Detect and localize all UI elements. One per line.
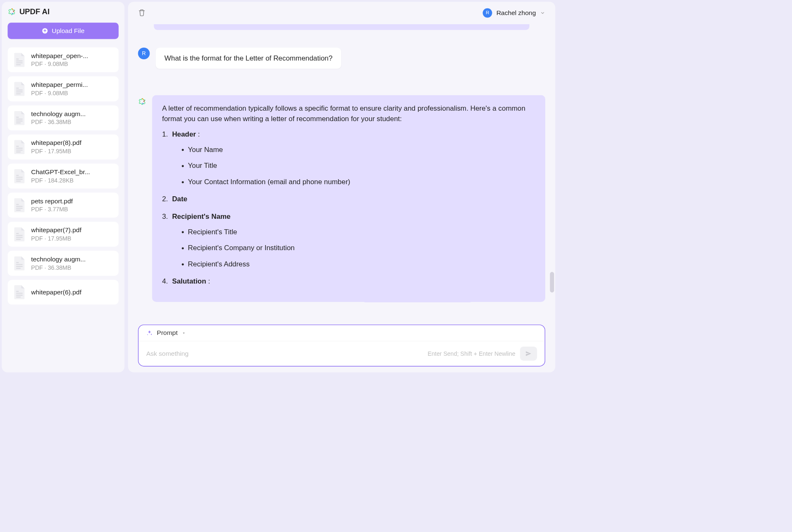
file-info: technology augm... PDF · 36.38MB <box>31 110 114 126</box>
svg-rect-33 <box>16 291 19 292</box>
file-info: whitepaper_open-... PDF · 9.08MB <box>31 52 114 67</box>
sidebar: UPDF AI Upload File whitepaper_open-... … <box>2 2 124 372</box>
svg-rect-15 <box>16 149 23 150</box>
scrollbar-thumb[interactable] <box>550 272 554 292</box>
file-item[interactable]: whitepaper(8).pdf PDF · 17.95MB <box>8 134 119 160</box>
svg-rect-9 <box>16 117 19 117</box>
file-item[interactable]: whitepaper(6).pdf <box>8 280 119 304</box>
delete-button[interactable] <box>138 9 146 17</box>
svg-rect-22 <box>16 206 23 207</box>
svg-rect-31 <box>16 266 23 267</box>
svg-rect-2 <box>16 61 23 61</box>
svg-rect-28 <box>16 239 21 240</box>
user-message-row: R What is the format for the Letter of R… <box>138 48 545 69</box>
svg-rect-6 <box>16 89 23 90</box>
main-panel: R Rachel zhong R What is the format for … <box>128 2 555 372</box>
file-meta: PDF · 36.38MB <box>31 264 114 271</box>
input-row: Enter Send; Shift + Enter Newline <box>139 341 545 366</box>
file-meta: PDF · 9.08MB <box>31 90 114 96</box>
svg-rect-26 <box>16 235 23 236</box>
section-item: Recipient's Company or Institution <box>188 243 535 253</box>
svg-rect-17 <box>16 175 19 176</box>
file-info: technology augm... PDF · 36.38MB <box>31 256 114 271</box>
message-input[interactable] <box>146 350 423 357</box>
user-menu[interactable]: R Rachel zhong <box>483 8 545 18</box>
svg-rect-29 <box>16 262 19 263</box>
file-item[interactable]: pets report.pdf PDF · 3.77MB <box>8 193 119 218</box>
app-logo-icon <box>8 8 16 16</box>
svg-rect-5 <box>16 88 19 89</box>
prompt-label: Prompt <box>157 329 178 337</box>
file-icon <box>13 284 26 300</box>
upload-label: Upload File <box>52 27 84 35</box>
upload-file-button[interactable]: Upload File <box>8 23 119 39</box>
file-meta: PDF · 9.08MB <box>31 61 114 68</box>
file-icon <box>13 81 26 96</box>
file-item[interactable]: whitepaper(7).pdf PDF · 17.95MB <box>8 222 119 247</box>
svg-rect-36 <box>16 296 21 297</box>
file-info: ChatGPT-Excel_br... PDF · 184.28KB <box>31 168 114 184</box>
file-icon <box>13 110 26 126</box>
svg-rect-32 <box>16 268 21 269</box>
file-item[interactable]: whitepaper_open-... PDF · 9.08MB <box>8 47 119 72</box>
send-button[interactable] <box>520 347 537 361</box>
file-name: whitepaper_open-... <box>31 52 114 59</box>
sparkle-icon <box>146 330 152 336</box>
file-name: ChatGPT-Excel_br... <box>31 168 114 176</box>
user-name: Rachel zhong <box>496 9 536 17</box>
sidebar-header: UPDF AI <box>8 7 119 16</box>
section-item: Recipient's Address <box>188 259 535 269</box>
svg-rect-8 <box>16 93 21 94</box>
section-title: Salutation <box>172 277 206 285</box>
file-meta: PDF · 36.38MB <box>31 119 114 126</box>
svg-rect-30 <box>16 264 23 265</box>
svg-rect-24 <box>16 210 21 210</box>
file-name: technology augm... <box>31 256 114 263</box>
file-info: whitepaper_permi... PDF · 9.08MB <box>31 81 114 96</box>
file-item[interactable]: whitepaper_permi... PDF · 9.08MB <box>8 76 119 101</box>
svg-rect-19 <box>16 179 23 180</box>
section-item: Recipient's Title <box>188 227 535 237</box>
input-hint: Enter Send; Shift + Enter Newline <box>428 350 515 357</box>
file-name: whitepaper(6).pdf <box>31 289 114 296</box>
format-section: Salutation : <box>162 276 535 286</box>
svg-rect-3 <box>16 62 23 63</box>
previous-response-peek <box>154 24 530 30</box>
file-meta: PDF · 3.77MB <box>31 206 114 213</box>
format-section: Recipient's NameRecipient's TitleRecipie… <box>162 211 535 269</box>
section-items: Your NameYour TitleYour Contact Informat… <box>188 144 535 187</box>
section-item: Your Contact Information (email and phon… <box>188 177 535 187</box>
svg-rect-34 <box>16 293 23 294</box>
main-header: R Rachel zhong <box>128 2 555 24</box>
chat-body: R What is the format for the Letter of R… <box>128 24 555 324</box>
svg-rect-23 <box>16 208 23 208</box>
format-section: Date <box>162 194 535 204</box>
prompt-selector[interactable]: Prompt <box>139 325 545 342</box>
file-info: whitepaper(6).pdf <box>31 289 114 296</box>
chevron-down-icon <box>540 10 545 16</box>
file-meta: PDF · 17.95MB <box>31 235 114 242</box>
ai-format-list: Header :Your NameYour TitleYour Contact … <box>162 129 535 286</box>
caret-down-icon <box>182 331 186 335</box>
file-info: pets report.pdf PDF · 3.77MB <box>31 198 114 213</box>
section-title: Date <box>172 195 187 203</box>
file-item[interactable]: technology augm... PDF · 36.38MB <box>8 105 119 130</box>
svg-rect-13 <box>16 146 19 147</box>
file-item[interactable]: technology augm... PDF · 36.38MB <box>8 251 119 276</box>
section-item: Your Name <box>188 144 535 155</box>
ai-intro-text: A letter of recommendation typically fol… <box>162 104 535 124</box>
file-icon <box>13 139 26 155</box>
file-item[interactable]: ChatGPT-Excel_br... PDF · 184.28KB <box>8 164 119 189</box>
ai-message-row: A letter of recommendation typically fol… <box>138 95 545 302</box>
svg-rect-10 <box>16 119 23 119</box>
file-info: whitepaper(7).pdf PDF · 17.95MB <box>31 226 114 242</box>
svg-rect-4 <box>16 64 21 65</box>
file-icon <box>13 52 26 68</box>
user-avatar-small: R <box>138 48 150 59</box>
send-icon <box>525 350 532 357</box>
input-area: Prompt Enter Send; Shift + Enter Newline <box>138 324 545 367</box>
ai-message-bubble: A letter of recommendation typically fol… <box>152 95 545 302</box>
file-name: pets report.pdf <box>31 198 114 205</box>
trash-icon <box>138 9 146 16</box>
svg-rect-20 <box>16 180 21 181</box>
